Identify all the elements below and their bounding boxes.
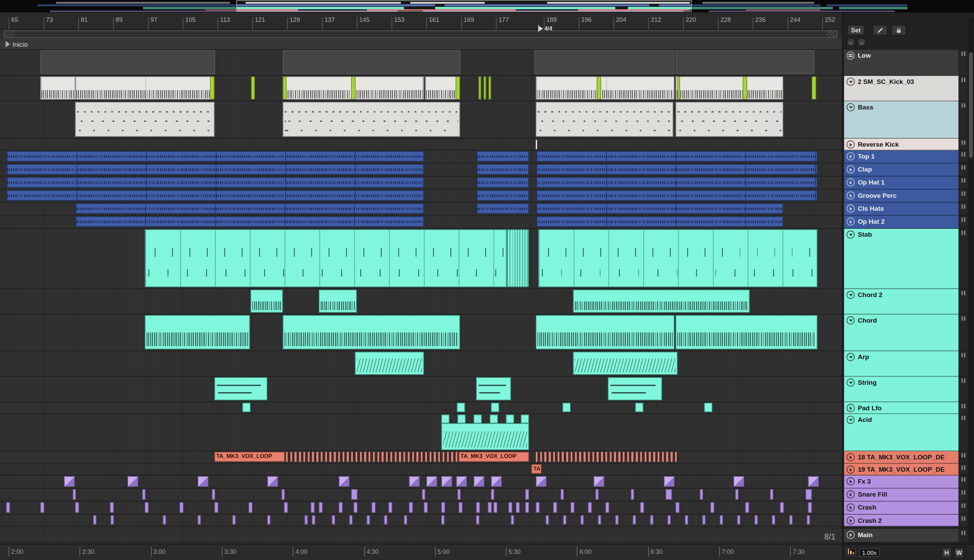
clip[interactable] <box>538 229 817 287</box>
clip[interactable] <box>75 203 424 214</box>
clip[interactable] <box>735 489 738 500</box>
lane-main[interactable] <box>0 529 842 543</box>
collapse-icon[interactable] <box>847 165 855 173</box>
collapse-icon[interactable] <box>847 178 855 187</box>
clip[interactable] <box>710 502 714 513</box>
clip[interactable] <box>633 515 636 525</box>
clip[interactable] <box>491 476 502 487</box>
track-header-stab[interactable]: Stab <box>844 229 958 289</box>
clip[interactable] <box>490 415 498 423</box>
clip[interactable] <box>596 489 598 500</box>
track-header-groove-perc[interactable]: Groove Perc <box>844 190 958 203</box>
clip[interactable] <box>441 502 445 513</box>
collapse-icon[interactable] <box>847 317 855 325</box>
clip[interactable] <box>685 515 688 525</box>
clip[interactable] <box>409 502 413 513</box>
width-zoom-button[interactable]: W <box>954 548 964 558</box>
clip[interactable] <box>73 489 76 500</box>
draw-mode-button[interactable] <box>873 25 888 35</box>
clip[interactable] <box>476 177 529 188</box>
clip[interactable] <box>676 50 814 74</box>
clip[interactable] <box>339 476 349 487</box>
clip[interactable] <box>493 502 497 513</box>
clip[interactable] <box>598 515 601 525</box>
clip[interactable] <box>536 452 677 462</box>
locator-lane[interactable]: Inicio <box>0 38 842 50</box>
clip[interactable] <box>267 515 270 525</box>
clip[interactable] <box>75 216 424 227</box>
clip[interactable] <box>267 476 278 487</box>
clip[interactable] <box>311 502 315 513</box>
group-fold-icon[interactable] <box>847 52 855 60</box>
collapse-icon[interactable] <box>847 416 855 424</box>
clip[interactable] <box>593 476 604 487</box>
clip[interactable] <box>737 515 740 525</box>
clip[interactable] <box>64 476 75 487</box>
clip[interactable] <box>700 489 703 500</box>
track-header-acid[interactable]: Acid <box>844 414 958 451</box>
track-header-arp[interactable]: Arp <box>844 351 958 377</box>
clip[interactable] <box>6 151 424 162</box>
track-header-main[interactable]: Main <box>844 529 958 543</box>
collapse-icon[interactable] <box>847 140 855 149</box>
clip[interactable] <box>536 502 540 513</box>
time-ruler[interactable]: 2:002:303:003:304:004:305:005:306:006:30… <box>0 544 842 560</box>
clip[interactable] <box>664 476 674 487</box>
lane-op-hat-2[interactable] <box>0 215 842 228</box>
clip[interactable] <box>563 515 566 525</box>
clip[interactable] <box>459 502 463 513</box>
track-header-2-sm-sc-kick-03[interactable]: 2 SM_SC_Kick_03 <box>844 76 958 101</box>
lane-top-1[interactable] <box>0 150 842 163</box>
lane-reverse-kick[interactable] <box>0 138 842 150</box>
clip[interactable] <box>476 203 529 214</box>
clip[interactable] <box>516 502 520 513</box>
lane-pad-lfo[interactable] <box>0 402 842 414</box>
clip[interactable] <box>249 502 252 513</box>
clip[interactable] <box>6 190 424 201</box>
clip[interactable] <box>580 515 583 525</box>
nav-back-button[interactable]: ← <box>847 38 855 47</box>
clip[interactable] <box>704 403 713 412</box>
track-header-snare-fill[interactable]: Snare Fill <box>844 488 958 501</box>
nav-forward-button[interactable]: → <box>857 38 866 47</box>
clip[interactable] <box>283 50 461 74</box>
clip[interactable] <box>640 502 644 513</box>
clip[interactable] <box>476 190 529 201</box>
clip[interactable] <box>110 515 114 525</box>
clip[interactable] <box>536 203 783 214</box>
lane-op-hat-1[interactable] <box>0 177 842 190</box>
lane-2-sm-sc-kick-03[interactable] <box>0 76 842 101</box>
track-header-cls-hats[interactable]: Cls Hats <box>844 203 958 215</box>
clip[interactable] <box>755 515 758 525</box>
clip[interactable] <box>536 151 817 162</box>
clip[interactable] <box>476 151 529 162</box>
clip[interactable] <box>605 502 609 513</box>
clip[interactable] <box>283 315 460 349</box>
clip[interactable] <box>615 515 618 525</box>
set-button[interactable]: Set <box>847 25 864 35</box>
lane-cls-hats[interactable] <box>0 203 842 215</box>
clip[interactable] <box>312 515 315 525</box>
track-header-reverse-kick[interactable]: Reverse Kick <box>844 138 958 150</box>
clip[interactable] <box>588 502 592 513</box>
clip[interactable] <box>536 164 817 175</box>
height-zoom-button[interactable]: H <box>942 548 951 558</box>
clip[interactable] <box>388 502 392 513</box>
clip[interactable] <box>780 502 784 513</box>
clip[interactable] <box>351 489 358 500</box>
lane-fx-3[interactable] <box>0 475 842 488</box>
clip[interactable] <box>536 190 817 201</box>
clip[interactable] <box>456 476 467 487</box>
clip[interactable] <box>457 403 465 412</box>
clip[interactable]: TA <box>531 464 541 473</box>
clip[interactable] <box>424 502 428 513</box>
clip[interactable] <box>441 415 449 423</box>
clip[interactable] <box>476 164 529 175</box>
clip[interactable] <box>355 352 424 375</box>
clip[interactable] <box>367 515 370 525</box>
clip[interactable] <box>525 489 529 500</box>
clip[interactable] <box>127 476 138 487</box>
clip[interactable] <box>409 476 419 487</box>
lane-bass[interactable] <box>0 101 842 138</box>
track-header-string[interactable]: String <box>844 377 958 402</box>
